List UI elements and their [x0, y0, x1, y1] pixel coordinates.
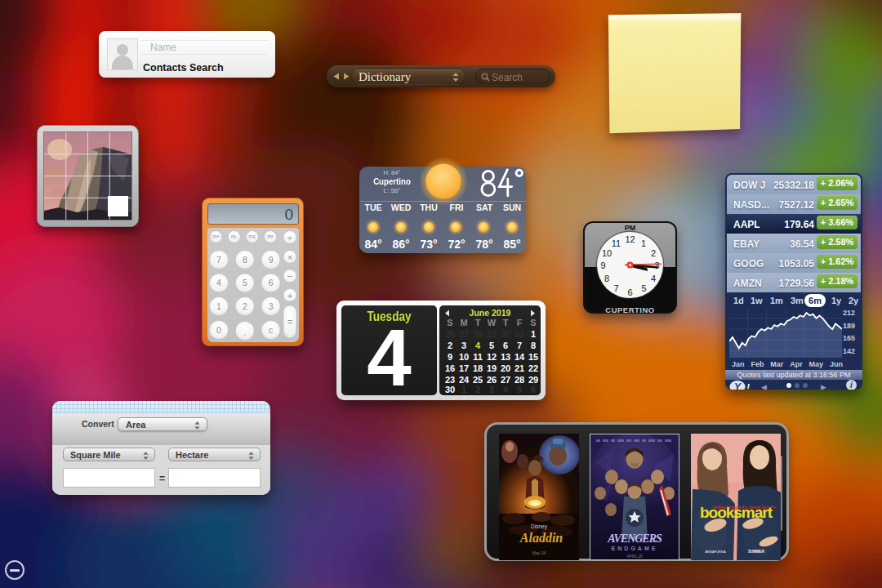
svg-text:26: 26	[445, 329, 455, 339]
svg-text:18: 18	[473, 363, 483, 373]
svg-text:13: 13	[501, 352, 510, 362]
svg-text:mc: mc	[249, 234, 256, 239]
svg-text:m-: m-	[231, 234, 238, 239]
svg-text:S: S	[530, 318, 536, 327]
svg-text:÷: ÷	[287, 233, 292, 243]
svg-text:T: T	[503, 318, 509, 327]
svg-text:4: 4	[651, 274, 656, 283]
svg-text:28: 28	[514, 375, 524, 385]
svg-text:3: 3	[461, 341, 466, 350]
svg-text:AVENGERS: AVENGERS	[607, 532, 662, 545]
svg-text:17: 17	[459, 363, 469, 373]
svg-text:June 2019: June 2019	[470, 308, 511, 318]
svg-text:3: 3	[269, 301, 274, 311]
svg-text:=: =	[287, 317, 292, 327]
svg-text:7: 7	[216, 255, 221, 265]
svg-text:mr: mr	[267, 234, 274, 239]
svg-text:6: 6	[503, 341, 508, 350]
svg-text:29: 29	[487, 329, 497, 339]
svg-text:3: 3	[654, 261, 659, 270]
svg-text:8: 8	[531, 341, 536, 350]
svg-text:16: 16	[445, 363, 455, 373]
svg-text:7: 7	[517, 341, 522, 350]
svg-text:Disney: Disney	[531, 523, 548, 530]
svg-text:10: 10	[459, 352, 469, 362]
svg-text:14: 14	[514, 352, 525, 362]
svg-text:24: 24	[459, 375, 470, 385]
svg-text:4: 4	[503, 385, 509, 394]
svg-text:11: 11	[612, 238, 621, 248]
svg-text:T: T	[475, 318, 481, 327]
svg-text:8: 8	[243, 255, 247, 265]
svg-text:c: c	[269, 325, 273, 335]
svg-text:Y: Y	[734, 381, 742, 390]
svg-text:29: 29	[528, 375, 538, 385]
svg-text:–: –	[287, 270, 292, 280]
svg-text:11: 11	[473, 352, 483, 362]
svg-text:Aladdin: Aladdin	[519, 531, 564, 545]
svg-text:6: 6	[269, 278, 274, 287]
svg-text:3: 3	[489, 385, 494, 394]
svg-text:5: 5	[243, 278, 247, 287]
svg-text:2: 2	[651, 248, 656, 258]
svg-text:m+: m+	[212, 234, 220, 239]
svg-text:30: 30	[501, 329, 510, 339]
svg-text:12: 12	[625, 234, 635, 244]
svg-text:22: 22	[528, 363, 538, 373]
svg-text:9: 9	[600, 261, 605, 270]
svg-text:23: 23	[445, 375, 455, 385]
svg-text:21: 21	[514, 363, 524, 373]
svg-text:4: 4	[216, 278, 221, 287]
svg-text:W: W	[488, 318, 497, 327]
svg-text:28: 28	[473, 329, 483, 339]
svg-text:×: ×	[287, 252, 292, 262]
svg-text:APRIL 26: APRIL 26	[626, 555, 643, 559]
svg-text:2: 2	[475, 385, 480, 394]
svg-text:31: 31	[514, 329, 524, 339]
svg-text:6: 6	[531, 385, 536, 394]
svg-text:20: 20	[501, 363, 510, 373]
svg-text:9: 9	[269, 255, 274, 265]
svg-text:0: 0	[216, 325, 221, 335]
svg-text:19: 19	[487, 363, 497, 373]
svg-text:ANNAPURNA: ANNAPURNA	[705, 550, 725, 554]
svg-text:1: 1	[531, 329, 536, 339]
svg-text:25: 25	[473, 375, 483, 385]
svg-text:M: M	[460, 318, 467, 327]
svg-text:7: 7	[613, 283, 618, 293]
svg-text:5: 5	[489, 341, 494, 350]
svg-text:S: S	[447, 318, 452, 327]
svg-text:6: 6	[627, 287, 632, 297]
svg-text:!: !	[746, 382, 750, 390]
svg-text:30: 30	[445, 385, 455, 394]
svg-text:27: 27	[459, 329, 469, 339]
svg-text:.: .	[243, 327, 246, 337]
svg-text:5: 5	[517, 385, 522, 394]
svg-text:+: +	[287, 291, 292, 301]
svg-text:1: 1	[216, 301, 221, 311]
svg-text:4: 4	[475, 341, 481, 350]
svg-text:ENDGAME: ENDGAME	[612, 546, 658, 551]
svg-text:1: 1	[461, 385, 466, 394]
svg-text:12: 12	[487, 352, 497, 362]
svg-text:2: 2	[448, 341, 452, 350]
svg-text:2: 2	[243, 301, 247, 311]
svg-text:27: 27	[501, 375, 510, 385]
svg-text:1: 1	[641, 238, 646, 248]
svg-text:F: F	[517, 318, 523, 327]
svg-text:May 24: May 24	[532, 550, 546, 555]
svg-text:15: 15	[528, 352, 538, 362]
svg-text:5: 5	[641, 283, 646, 293]
svg-text:10: 10	[602, 248, 612, 258]
svg-text:26: 26	[487, 375, 497, 385]
svg-text:8: 8	[604, 274, 609, 283]
svg-text:9: 9	[448, 352, 452, 362]
svg-text:SUMMER: SUMMER	[748, 550, 765, 554]
svg-text:booksmart: booksmart	[700, 504, 773, 521]
